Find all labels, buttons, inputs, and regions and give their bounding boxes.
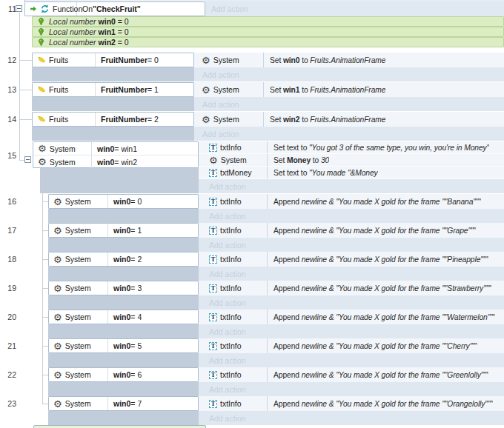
add-action-row-17: Add action: [0, 238, 504, 252]
tree-tick-14: [19, 119, 32, 120]
action-settext-money[interactable]: TtxtMoney Set text to "You made "&Money: [199, 167, 504, 179]
action-append-text[interactable]: TtxtInfo Append newline & "You made X go…: [199, 396, 504, 411]
action-set-win2[interactable]: ⚙System Set win2 to Fruits.AnimationFram…: [194, 112, 504, 127]
local-var-text: Local number win2 = 0: [49, 38, 129, 47]
action-append-text[interactable]: TtxtInfo Append newline & "You made X go…: [199, 310, 504, 324]
action-append-text[interactable]: TtxtInfo Append newline & "You made X go…: [199, 367, 504, 382]
action-settext-win[interactable]: TtxtInfo Set text to "You got 3 of the s…: [199, 141, 504, 154]
event-row-22: 22 ⚙System win0 = 6 TtxtInfo Append newl…: [0, 367, 504, 382]
add-action-14[interactable]: Add action: [194, 127, 504, 141]
tree-tick-22: [42, 375, 48, 375]
spacer: [0, 47, 504, 53]
condition-win0-win1[interactable]: ⚙System win0 = win1: [33, 142, 198, 155]
event-number[interactable]: 13: [1, 85, 16, 94]
gear-icon: ⚙: [53, 255, 62, 264]
action-object-label: System: [221, 156, 247, 164]
event-number[interactable]: 14: [1, 115, 16, 124]
actions-15: TtxtInfo Set text to "You got 3 of the s…: [199, 141, 504, 193]
add-action-21[interactable]: Add action: [199, 353, 504, 367]
object-label: System: [65, 399, 91, 408]
event-number[interactable]: 22: [1, 370, 16, 379]
event-row-15: 15 ⚙System win0 = win1 ⚙System win0 = wi…: [0, 141, 504, 193]
add-action-17[interactable]: Add action: [199, 238, 504, 252]
condition-win0[interactable]: ⚙System win0 = 7: [48, 396, 199, 411]
local-var-win0[interactable]: Local number win0 = 0: [32, 16, 504, 27]
condition-win0[interactable]: ⚙System win0 = 2: [48, 252, 199, 267]
condition-function-oncheckfruit[interactable]: Function On "CheckFruit": [24, 1, 205, 16]
add-action-13[interactable]: Add action: [194, 97, 504, 111]
condition-win0[interactable]: ⚙System win0 = 5: [48, 338, 199, 353]
add-action-label: Add action: [209, 298, 246, 307]
condition-margin-block: [48, 295, 199, 310]
event-number[interactable]: 16: [1, 197, 16, 206]
action-append-text[interactable]: TtxtInfo Append newline & "You made X go…: [199, 338, 504, 353]
collapse-toggle-11[interactable]: [16, 5, 22, 12]
tree-tick-13: [19, 90, 32, 90]
add-action-12[interactable]: Add action: [194, 67, 504, 81]
add-action-20[interactable]: Add action: [199, 324, 504, 338]
add-action-row-13: Add action: [0, 97, 504, 111]
condition-win0[interactable]: ⚙System win0 = 3: [48, 281, 199, 295]
action-append-text[interactable]: TtxtInfo Append newline & "You made X go…: [199, 252, 504, 267]
local-var-win1[interactable]: Local number win1 = 0: [32, 27, 504, 37]
add-action-16[interactable]: Add action: [199, 209, 504, 223]
event-number[interactable]: 20: [1, 312, 16, 321]
condition-win0[interactable]: ⚙System win0 = 4: [48, 310, 199, 324]
condition-box-15[interactable]: ⚙System win0 = win1 ⚙System win0 = win2: [33, 141, 199, 168]
event-number[interactable]: 21: [1, 341, 16, 350]
condition-margin-block: [48, 353, 199, 367]
add-action-23[interactable]: Add action: [199, 411, 504, 425]
add-action-row-18: Add action: [0, 267, 504, 281]
add-action-18[interactable]: Add action: [199, 267, 504, 281]
condition-win0-win2[interactable]: ⚙System win0 = win2: [33, 155, 198, 168]
gear-icon: ⚙: [53, 400, 62, 408]
action-set-win1[interactable]: ⚙System Set win1 to Fruits.AnimationFram…: [194, 82, 504, 97]
action-object-label: txtInfo: [220, 197, 242, 206]
local-var-win2[interactable]: Local number win2 = 0: [32, 37, 504, 47]
action-object-label: txtInfo: [220, 255, 242, 264]
event-number[interactable]: 15: [1, 151, 16, 160]
event-number[interactable]: 23: [1, 399, 16, 408]
function-icon: [40, 4, 50, 13]
action-object-label: txtInfo: [220, 341, 242, 350]
text-object-icon: T: [209, 255, 217, 264]
event-row-14: 14 Fruits FruitNumber = 2 ⚙System Set wi…: [0, 112, 504, 127]
tree-line-vertical-main: [19, 13, 20, 160]
action-append-text[interactable]: TtxtInfo Append newline & "You made X go…: [199, 194, 504, 209]
banana-icon: [37, 56, 46, 64]
action-object-label: System: [213, 115, 239, 124]
collapse-toggle-15[interactable]: [24, 156, 31, 163]
add-action-row-22: Add action: [0, 382, 504, 396]
text-object-icon: T: [209, 227, 217, 235]
condition-win0[interactable]: ⚙System win0 = 1: [48, 223, 199, 238]
green-arrow-icon: [30, 5, 37, 13]
tree-tick-21: [42, 346, 48, 347]
object-label: System: [65, 312, 91, 321]
event-number[interactable]: 12: [1, 56, 16, 64]
condition-param: FruitNumber: [101, 85, 147, 94]
add-action-label: Add action: [209, 327, 246, 336]
add-action-11[interactable]: Add action: [205, 1, 504, 16]
add-action-label: Add action: [209, 212, 246, 221]
action-append-text[interactable]: TtxtInfo Append newline & "You made X go…: [199, 281, 504, 295]
event-number[interactable]: 11: [1, 4, 16, 13]
event-number[interactable]: 19: [1, 284, 16, 292]
action-append-text[interactable]: TtxtInfo Append newline & "You made X go…: [199, 223, 504, 238]
condition-fruits[interactable]: Fruits FruitNumber = 1: [32, 82, 194, 97]
condition-win0[interactable]: ⚙System win0 = 6: [48, 367, 199, 382]
condition-win0[interactable]: ⚙System win0 = 0: [48, 194, 199, 209]
condition-text: On: [82, 4, 93, 13]
gear-icon: ⚙: [53, 342, 62, 350]
add-action-22[interactable]: Add action: [199, 382, 504, 396]
action-set-win0[interactable]: ⚙System Set win0 to Fruits.AnimationFram…: [194, 53, 504, 67]
condition-param: FruitNumber: [101, 115, 147, 124]
add-action-15[interactable]: Add action: [199, 179, 504, 193]
condition-fruits[interactable]: Fruits FruitNumber = 2: [32, 112, 194, 127]
text-object-icon: T: [209, 342, 217, 350]
add-action-19[interactable]: Add action: [199, 295, 504, 310]
event-number[interactable]: 18: [1, 255, 16, 264]
event-number[interactable]: 17: [1, 226, 16, 235]
condition-fruits[interactable]: Fruits FruitNumber = 0: [32, 53, 194, 67]
object-label: System: [65, 341, 91, 350]
action-set-money[interactable]: ⚙System Set Money to 30: [199, 154, 504, 167]
